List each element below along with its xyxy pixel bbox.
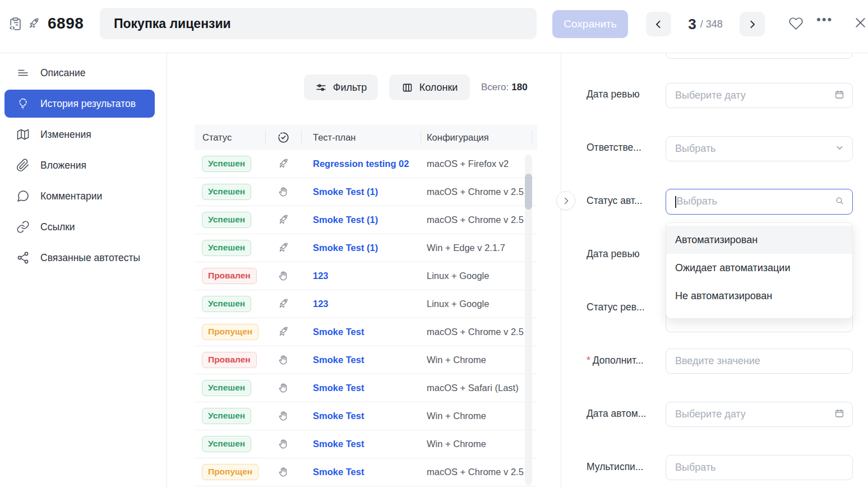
status-badge: Провален: [202, 352, 257, 368]
table-scrollbar-thumb[interactable]: [525, 174, 532, 210]
field-label-automation-status: Статус авт...: [587, 195, 663, 207]
manual-run-icon: [265, 186, 301, 198]
autotest-run-icon: [265, 326, 301, 338]
test-plan-link[interactable]: Smoke Test (1): [301, 215, 421, 225]
sidebar-item-2[interactable]: Изменения: [4, 120, 155, 148]
multiselect-input[interactable]: Выбрать: [666, 455, 853, 480]
responsible-placeholder: Выбрать: [675, 143, 835, 155]
manual-run-icon: [265, 410, 301, 422]
more-actions-icon[interactable]: •••: [816, 12, 833, 27]
field-label-multiselect: Мультиспи...: [587, 461, 663, 473]
dropdown-option-2[interactable]: Не автоматизирован: [666, 282, 852, 310]
column-divider: [265, 130, 266, 145]
sidebar-nav: ОписаниеИстория результатовИзмененияВлож…: [0, 53, 167, 488]
field-label-responsible: Ответстве...: [587, 142, 663, 154]
autotest-run-icon: [265, 242, 301, 254]
filter-button[interactable]: Фильтр: [304, 75, 378, 100]
sidebar-item-3[interactable]: Вложения: [4, 151, 155, 179]
favorite-heart-icon[interactable]: [788, 16, 804, 32]
run-type-column-icon: [265, 131, 301, 145]
required-asterisk: *: [587, 355, 590, 366]
status-badge: Провален: [202, 268, 257, 284]
test-plan-link[interactable]: Smoke Test: [301, 327, 421, 337]
table-row: УспешенSmoke TestWin + Chrome: [195, 430, 537, 458]
test-plan-link[interactable]: Smoke Test: [301, 411, 421, 421]
table-row: УспешенSmoke Test (1)macOS + Chrome v 2.…: [195, 178, 537, 206]
autotest-run-icon: [265, 298, 301, 310]
field-label-automation-date: Дата автом...: [587, 408, 663, 420]
table-row: УспешенRegression testing 02macOS + Fire…: [195, 150, 537, 178]
history-icon: [16, 97, 30, 110]
table-row: УспешенSmoke TestWin + Chrome: [195, 402, 537, 430]
collapse-panel-button[interactable]: [556, 191, 575, 210]
calendar-icon: [834, 90, 844, 102]
text-caret: [675, 196, 676, 208]
columns-button[interactable]: Колонки: [389, 75, 470, 100]
status-badge: Успешен: [202, 296, 251, 312]
sidebar-item-0[interactable]: Описание: [4, 59, 155, 87]
map-icon: [16, 128, 30, 141]
responsible-select[interactable]: Выбрать: [666, 136, 853, 161]
autotest-run-icon: [265, 214, 301, 226]
automation-status-placeholder: Выбрать: [675, 196, 835, 208]
dropdown-option-0[interactable]: Автоматизирован: [666, 226, 852, 254]
sidebar-item-6[interactable]: Связанные автотесты: [4, 244, 155, 272]
manual-run-icon: [265, 382, 301, 394]
link-icon: [16, 220, 30, 234]
configuration-value: Win + Chrome: [421, 439, 537, 449]
configuration-value: macOS + Chrome v 2.5: [421, 187, 537, 197]
field-label-review-date: Дата ревью: [587, 89, 663, 100]
table-scrollbar-track[interactable]: [525, 155, 532, 485]
sidebar-item-5[interactable]: Ссылки: [4, 213, 155, 241]
filter-icon: [315, 82, 327, 94]
pager-current: 3: [688, 16, 696, 33]
automation-status-combobox[interactable]: Выбрать: [666, 189, 853, 215]
test-plan-link[interactable]: Smoke Test: [301, 467, 421, 477]
table-row: ПроваленSmoke TestWin + Chrome: [195, 346, 537, 374]
configuration-value: macOS + Chrome v 2.5: [421, 327, 537, 337]
test-plan-link[interactable]: Smoke Test: [301, 355, 421, 365]
status-badge: Успешен: [202, 436, 251, 452]
close-icon[interactable]: [853, 16, 867, 31]
review-date-input[interactable]: Выберите дату: [666, 83, 853, 108]
configuration-value: Win + Chrome: [421, 355, 537, 365]
test-case-id: 6898: [48, 15, 84, 32]
save-button[interactable]: Сохранить: [552, 10, 628, 38]
autotest-rocket-icon: [27, 17, 40, 32]
table-header-row: Статус Тест-план Конфигурация: [195, 124, 537, 150]
test-plan-link[interactable]: Smoke Test (1): [301, 187, 421, 197]
status-badge: Успешен: [202, 240, 251, 256]
window-header: 6898 Покупка лицензии Сохранить 3 / 348 …: [0, 0, 868, 53]
automation-date-input[interactable]: Выберите дату: [666, 402, 853, 427]
next-case-button[interactable]: [740, 12, 765, 36]
test-plan-link[interactable]: Smoke Test: [301, 439, 421, 449]
test-plan-link[interactable]: 123: [301, 271, 421, 281]
total-label: Всего:: [481, 82, 509, 92]
prev-case-button[interactable]: [646, 12, 671, 36]
sidebar-item-4[interactable]: Комментарии: [4, 182, 155, 210]
configuration-value: Win + Chrome: [421, 411, 537, 421]
configuration-value: Linux + Google: [421, 299, 537, 309]
additional-value-input[interactable]: Введите значение: [666, 348, 853, 374]
status-badge: Успешен: [202, 212, 251, 228]
sidebar-item-1[interactable]: История результатов: [4, 90, 155, 118]
status-badge: Пропущен: [202, 324, 258, 340]
dropdown-option-1[interactable]: Ожидает автоматизации: [666, 254, 852, 282]
table-row: УспешенSmoke Test (1)Win + Edge v 2.1.7: [195, 234, 537, 262]
sidebar-item-label: История результатов: [40, 98, 136, 110]
test-plan-link[interactable]: Smoke Test: [301, 383, 421, 393]
table-row: УспешенSmoke Test (1)macOS + Chrome v 2.…: [195, 206, 537, 234]
test-plan-link[interactable]: Regression testing 02: [301, 159, 421, 169]
status-badge: Успешен: [202, 408, 251, 424]
network-icon: [16, 251, 30, 264]
sidebar-item-label: Вложения: [40, 160, 86, 171]
table-row: Успешен123Linux + Google: [195, 290, 537, 318]
table-row: УспешенSmoke TestmacOS + Safari (Last): [195, 374, 537, 402]
configuration-value: Linux + Google: [421, 271, 537, 281]
test-plan-link[interactable]: 123: [301, 299, 421, 309]
manual-run-icon: [265, 354, 301, 366]
multiselect-placeholder: Выбрать: [675, 462, 844, 473]
configuration-value: macOS + Firefox v2: [421, 159, 537, 169]
title-input[interactable]: Покупка лицензии: [100, 8, 537, 39]
test-plan-link[interactable]: Smoke Test (1): [301, 243, 421, 253]
